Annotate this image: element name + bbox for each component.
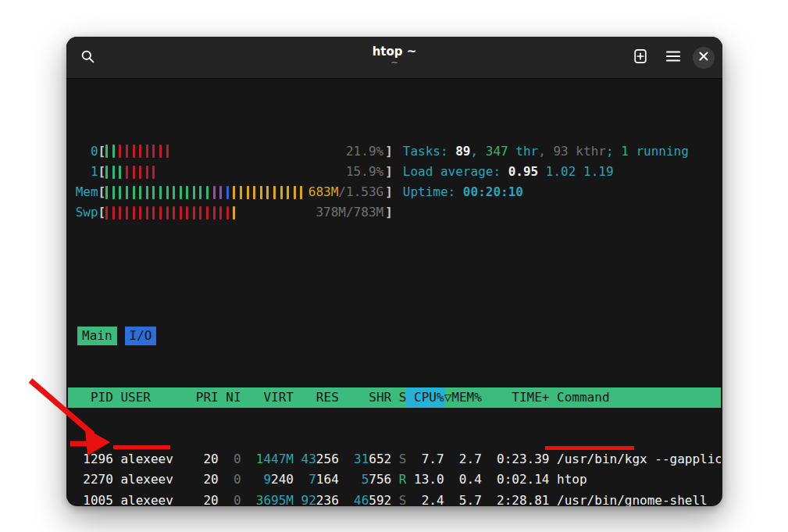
- meter-bar-purple: [213, 186, 216, 199]
- cell-res: 43256: [294, 449, 339, 470]
- meter-bar-yellow: [233, 206, 235, 220]
- text-segment: 5.7: [459, 493, 482, 506]
- cell-cmd: /usr/bin/gnome-shell: [549, 491, 721, 506]
- text-segment: 695M: [263, 493, 294, 506]
- text-segment: 31: [354, 452, 369, 466]
- search-icon: [80, 49, 95, 66]
- titlebar[interactable]: htop ~ ~: [66, 37, 722, 78]
- text-segment: 20: [203, 452, 218, 466]
- text-segment: 15.9%: [346, 162, 383, 182]
- column-header-cmd[interactable]: Command: [549, 387, 721, 408]
- meter-bar-red: [219, 206, 222, 220]
- meter-bar-red: [126, 166, 128, 179]
- column-header-s[interactable]: S: [391, 387, 406, 408]
- text-segment: 347: [486, 141, 508, 162]
- meter-bar-red: [159, 145, 162, 158]
- tab-io[interactable]: I/O: [125, 327, 157, 345]
- meter-bar-red: [119, 145, 121, 158]
- text-segment: 0:02.14: [497, 472, 549, 487]
- text-segment: 1005: [83, 493, 113, 506]
- meter-bar-red: [146, 166, 148, 179]
- tasks-summary: Tasks: 89, 347 thr, 93 kthr; 1 running: [403, 141, 689, 162]
- meter-bar-yellow: [273, 186, 276, 199]
- text-segment: 7: [308, 472, 316, 487]
- text-segment: thr: [508, 141, 539, 162]
- cell-time: 0:23.39: [482, 449, 550, 470]
- titlebar-actions: [627, 45, 715, 71]
- screen-tabs: MainI/O: [68, 326, 721, 346]
- text-segment: 21.9%: [346, 141, 383, 162]
- meter-bar-yellow: [300, 186, 302, 199]
- process-row[interactable]: 1296alexeev2001447M4325631652S7.72.70:23…: [68, 449, 721, 470]
- table-header[interactable]: PIDUSERPRINIVIRTRESSHRSCPU%▽MEM%TIME+Com…: [68, 387, 721, 408]
- desktop: { "titlebar": { "title": "htop ~", "subt…: [0, 0, 788, 532]
- hamburger-menu-icon: [666, 50, 680, 65]
- meter-bar-red: [152, 145, 155, 158]
- text-segment: 5: [362, 472, 369, 487]
- text-segment: 0: [234, 452, 241, 466]
- column-header-pid[interactable]: PID: [68, 387, 113, 408]
- text-segment: 3: [256, 493, 264, 506]
- meter-bar-green: [105, 145, 108, 158]
- meter-0: 0[21.9%]: [68, 141, 393, 162]
- text-segment: 164: [316, 472, 339, 487]
- text-segment: ,: [471, 141, 486, 162]
- text-segment: 92: [301, 493, 316, 506]
- cell-cmd: /usr/bin/kgx --gapplicat: [549, 449, 721, 470]
- text-segment: 0.95: [508, 162, 546, 182]
- text-segment: R: [399, 472, 407, 487]
- search-button[interactable]: [74, 45, 101, 71]
- load-average: Load average: 0.95 1.02 1.19: [403, 162, 614, 182]
- cell-cmd: htop: [549, 470, 721, 490]
- column-header-res[interactable]: RES: [294, 387, 339, 408]
- meter-bar-yellow: [233, 186, 235, 199]
- column-header-time[interactable]: TIME+: [482, 387, 550, 408]
- column-header-shr[interactable]: SHR: [339, 387, 391, 408]
- text-segment: 1: [621, 141, 629, 162]
- cell-user: alexeev: [113, 470, 188, 490]
- cell-cpu: 13.0: [406, 470, 444, 490]
- process-row[interactable]: 2270alexeev200924071645756R13.00.40:02.1…: [68, 470, 721, 490]
- cell-res: 92236: [294, 491, 339, 506]
- new-tab-button[interactable]: [627, 45, 654, 71]
- column-header-ni[interactable]: NI: [219, 387, 241, 408]
- meter-bar-green: [159, 186, 162, 199]
- meter-bar-green: [119, 166, 121, 179]
- text-segment: Tasks:: [403, 141, 455, 162]
- meter-bar-yellow: [240, 186, 242, 199]
- cell-pid: 1296: [68, 449, 113, 470]
- meter-value: 683M/1.53G: [308, 182, 383, 202]
- column-header-user[interactable]: USER: [113, 387, 188, 408]
- cell-ni: 0: [219, 491, 241, 506]
- column-header-pri[interactable]: PRI: [188, 387, 219, 408]
- cell-mem: 2.7: [444, 449, 482, 470]
- process-row[interactable]: 1005alexeev2003695M9223646592S2.45.72:28…: [68, 491, 721, 506]
- cell-ni: 0: [219, 470, 241, 490]
- meter-bar-green: [119, 186, 121, 199]
- column-header-mem[interactable]: ▽MEM%: [444, 387, 482, 408]
- text-segment: 2.7: [459, 452, 482, 466]
- meter-label: Mem: [76, 182, 98, 202]
- menu-button[interactable]: [660, 45, 686, 71]
- tab-main[interactable]: Main: [77, 327, 117, 345]
- meter-bar-red: [173, 206, 175, 220]
- cell-user: alexeev: [113, 449, 188, 470]
- cell-cpu: 2.4: [406, 491, 444, 506]
- text-segment: 89: [455, 141, 470, 162]
- text-segment: ;: [606, 141, 621, 162]
- meter-bar-red: [112, 206, 115, 220]
- text-segment: htop: [557, 472, 587, 487]
- column-header-cpu[interactable]: CPU%: [406, 387, 444, 408]
- meter-bar-green: [139, 186, 141, 199]
- text-segment: 93 kthr: [553, 141, 605, 162]
- close-icon: [699, 52, 708, 63]
- meter-bar-red: [152, 166, 155, 179]
- text-segment: running: [629, 141, 689, 162]
- meter-bar-green: [193, 186, 195, 199]
- column-header-virt[interactable]: VIRT: [241, 387, 294, 408]
- htop-terminal[interactable]: 0[21.9%]Tasks: 89, 347 thr, 93 kthr; 1 r…: [66, 78, 722, 506]
- close-button[interactable]: [693, 47, 715, 69]
- cell-s: R: [391, 470, 406, 490]
- text-segment: alexeev: [120, 493, 173, 506]
- meter-bar-yellow: [253, 186, 255, 199]
